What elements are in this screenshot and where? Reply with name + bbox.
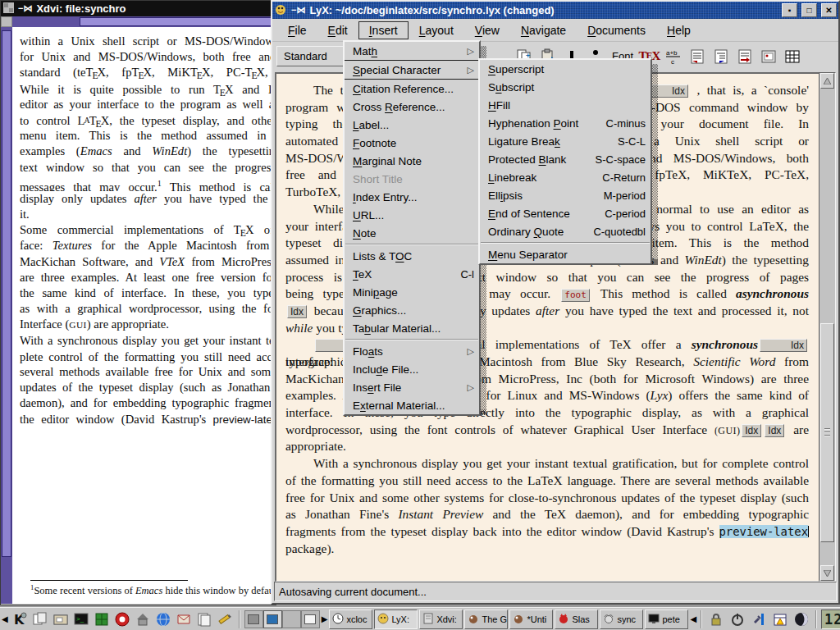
mail-icon[interactable]	[174, 609, 194, 629]
desktop-pager-cell-4[interactable]	[301, 610, 320, 628]
task-button-sync[interactable]: sync	[600, 609, 643, 629]
task-button-slas[interactable]: Slas	[555, 609, 598, 629]
panel-hide-left-arrow[interactable]: ◀	[2, 614, 8, 623]
insert-menu-item-tabular-material[interactable]: Tabular Material...	[345, 319, 479, 337]
menu-separator	[481, 242, 650, 244]
paragraph-style-combo[interactable]: Standard	[276, 46, 349, 66]
calendar-icon[interactable]	[770, 609, 790, 629]
depth-enter-icon[interactable]	[734, 46, 756, 67]
menubar-item-help[interactable]: Help	[656, 21, 701, 39]
maximize-button[interactable]: □	[801, 3, 817, 17]
char-menu-item-linebreak[interactable]: LinebreakC-Return	[480, 168, 651, 186]
char-menu-item-ligature-break[interactable]: Ligature BreakS-C-L	[480, 132, 651, 150]
xdvi-text-line: With a synchronous display you get your …	[20, 333, 275, 349]
xdvi-pin-icon[interactable]: −⋈	[18, 3, 32, 14]
browser-icon[interactable]	[153, 609, 173, 629]
menubar-item-documents[interactable]: Documents	[577, 21, 656, 39]
math-icon[interactable]: a+bc	[663, 46, 684, 67]
iconify-button[interactable]: ▪	[782, 3, 797, 17]
xdvi-horizontal-scrollbar[interactable]	[12, 16, 276, 27]
insert-menu-item-external-material[interactable]: External Material...	[345, 396, 479, 414]
insert-menu-item-floats[interactable]: Floats▷	[345, 342, 479, 360]
char-menu-item-hyphenation-point[interactable]: Hyphenation PointC-minus	[480, 114, 651, 132]
insert-menu-item-marginal-note[interactable]: Marginal Note	[345, 152, 479, 170]
menubar-item-layout[interactable]: Layout	[409, 21, 464, 39]
moon-icon[interactable]	[792, 609, 811, 629]
desktop-pager-cell-1[interactable]	[244, 610, 263, 628]
depth-minus-icon[interactable]	[710, 46, 732, 67]
desktop-pager-cell-3[interactable]	[282, 610, 301, 628]
insert-menu-item-insert-file[interactable]: Insert File▷	[345, 378, 479, 396]
insert-menu-item-lists-toc[interactable]: Lists & TOC	[345, 247, 479, 265]
char-menu-item-subscript[interactable]: Subscript	[480, 78, 651, 96]
help-icon[interactable]	[112, 609, 132, 629]
pencil-icon[interactable]	[215, 609, 235, 629]
char-menu-item-protected-blank[interactable]: Protected BlankS-C-space	[480, 150, 651, 168]
xdvi-hscroll-thumb[interactable]	[80, 17, 274, 26]
package-icon[interactable]	[92, 609, 112, 629]
task-button-lyx[interactable]: LyX:	[374, 609, 418, 629]
menubar-item-view[interactable]: View	[464, 21, 510, 39]
insert-menu-item-url[interactable]: URL...	[345, 206, 479, 224]
lyx-pin-icon[interactable]: −⋈	[291, 5, 305, 16]
lyx-scrollbar[interactable]	[819, 72, 836, 582]
inset-button[interactable]: Idx	[765, 424, 784, 437]
scroll-thumb[interactable]	[820, 323, 834, 542]
char-menu-item-menu-separator[interactable]: Menu Separator	[480, 245, 651, 263]
home-icon[interactable]	[133, 609, 153, 629]
insert-menu-item-citation-reference[interactable]: Citation Reference...	[345, 80, 479, 98]
lyx-titlebar[interactable]: −⋈ LyX: ~/doc/beginlatex/src/synchro.lyx…	[272, 2, 838, 19]
char-menu-item-hfill[interactable]: HFill	[480, 96, 651, 114]
insert-menu-item-math[interactable]: Math▷	[345, 42, 479, 60]
footnote-inset-button[interactable]: foot	[561, 289, 590, 302]
char-menu-item-superscript[interactable]: Superscript	[480, 60, 651, 78]
insert-menu-item-tex[interactable]: TeXC-l	[345, 265, 479, 283]
insert-menu-item-cross-reference[interactable]: Cross Reference...	[345, 98, 479, 116]
plug-icon[interactable]	[749, 609, 769, 629]
char-menu-item-ellipsis[interactable]: EllipsisM-period	[480, 186, 651, 204]
insert-menu-item-include-file[interactable]: Include File...	[345, 360, 479, 378]
insert-menu-item-note[interactable]: Note	[345, 224, 479, 242]
menubar-item-edit[interactable]: Edit	[317, 21, 358, 39]
window-list-icon[interactable]	[30, 609, 50, 629]
desktop-pager-cell-2[interactable]	[263, 610, 282, 628]
insert-menu-item-graphics[interactable]: Graphics...	[345, 301, 479, 319]
xdvi-vscroll-thumb[interactable]	[2, 30, 11, 557]
xdvi-vertical-scrollbar[interactable]	[1, 27, 12, 604]
char-menu-item-end-of-sentence[interactable]: End of SentenceC-period	[480, 204, 651, 222]
task-button-theg[interactable]: The G	[464, 609, 508, 629]
insert-menu-item-footnote[interactable]: Footnote	[345, 134, 479, 152]
scroll-down-arrow[interactable]	[820, 565, 834, 581]
scroll-up-arrow[interactable]	[820, 73, 834, 89]
task-button-xdvi[interactable]: Xdvi:	[419, 609, 463, 629]
xdvi-titlebar[interactable]: −⋈ Xdvi: file:synchro	[1, 1, 276, 16]
figure-icon[interactable]	[758, 46, 779, 67]
menubar-item-insert[interactable]: Insert	[358, 21, 409, 39]
task-scroll-left[interactable]: ▶	[322, 614, 328, 623]
inset-button[interactable]: Idx	[760, 339, 807, 352]
insert-menu-item-special-character[interactable]: Special Character▷	[345, 60, 479, 80]
k-menu-icon[interactable]: K	[10, 609, 30, 629]
terminal-icon[interactable]: >_	[71, 609, 91, 629]
show-desktop-icon[interactable]	[51, 609, 71, 629]
insert-menu-item-short-title[interactable]: Short Title	[345, 170, 479, 188]
insert-menu-item-label[interactable]: Label...	[345, 116, 479, 134]
menubar-item-navigate[interactable]: Navigate	[510, 21, 577, 39]
inset-button[interactable]: Idx	[742, 424, 761, 437]
task-button-pete[interactable]: pete	[645, 609, 688, 629]
depth-plus-icon[interactable]	[687, 46, 708, 67]
close-button[interactable]: ✕	[821, 3, 837, 17]
task-button-unti[interactable]: *Unti	[509, 609, 553, 629]
lock-icon[interactable]	[706, 609, 726, 629]
char-menu-item-ordinary-quote[interactable]: Ordinary QuoteC-quotedbl	[480, 222, 651, 240]
task-button-xcloc[interactable]: xcloc	[329, 609, 372, 629]
task-scroll-right[interactable]: ◀	[690, 614, 696, 623]
documents-icon[interactable]	[194, 609, 214, 629]
table-icon[interactable]	[782, 46, 803, 67]
insert-menu-item-minipage[interactable]: Minipage	[345, 283, 479, 301]
panel-clock[interactable]: 12:31	[821, 609, 840, 629]
power-icon[interactable]	[728, 609, 747, 629]
inset-button[interactable]: Idx	[287, 305, 307, 318]
menubar-item-file[interactable]: File	[277, 21, 317, 39]
insert-menu-item-index-entry[interactable]: Index Entry...	[345, 188, 479, 206]
